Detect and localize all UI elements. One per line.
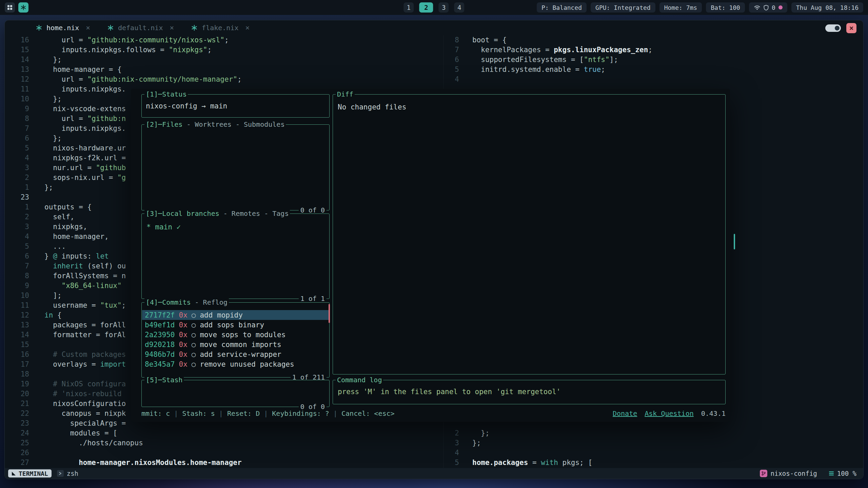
- tab-close-icon[interactable]: ×: [245, 24, 250, 32]
- tab-home-nix[interactable]: home.nix×: [27, 20, 99, 35]
- lazygit-stash-panel[interactable]: [5]─Stash 0 of 0: [141, 380, 330, 407]
- command-log-content: press 'M' in the files panel to open 'gi…: [333, 380, 725, 396]
- mode-label: TERMINAL: [19, 470, 48, 477]
- window-controls: ×: [825, 23, 856, 33]
- code-line: 6 supportedFilesystems = ["ntfs"];: [443, 55, 863, 65]
- commit-node-icon: ○: [192, 311, 196, 319]
- commit-row[interactable]: 9486b7d0x○add service-wrapper: [142, 349, 329, 359]
- footer-links: DonateAsk Question: [613, 409, 694, 418]
- nix-snowflake-icon: [107, 24, 114, 31]
- lazygit-diff-panel[interactable]: Diff No changed files: [333, 94, 726, 374]
- line-number: 25: [5, 438, 29, 448]
- tab-close-icon[interactable]: ×: [86, 24, 90, 32]
- code-text: forAllSystems = n: [29, 271, 126, 281]
- commit-row[interactable]: 2a239500x○move sops to modules: [142, 330, 329, 340]
- code-text: } @ inputs: let: [29, 251, 109, 261]
- code-lines-right-top: 8boot = {7 kernelPackages = pkgs.linuxPa…: [443, 35, 863, 84]
- window-toggle-pill[interactable]: [825, 24, 841, 32]
- repo-indicator[interactable]: nixos-config: [760, 470, 817, 477]
- workspace-switcher: 1234: [403, 2, 464, 13]
- line-number: 2: [443, 428, 459, 438]
- line-number: 7: [5, 261, 29, 271]
- code-line: 16 url = "github:nix-community/nixos-wsl…: [5, 35, 443, 45]
- commit-row[interactable]: d9202180x○move common imports: [142, 340, 329, 349]
- tab-close-icon[interactable]: ×: [170, 24, 174, 32]
- commit-message: add sops binary: [200, 321, 264, 329]
- line-number: 3: [443, 438, 459, 448]
- commit-row[interactable]: 8e345a70x○remove unused packages: [142, 359, 329, 369]
- clock[interactable]: Thu Aug 08, 18:16: [791, 2, 863, 13]
- shield-icon: [764, 5, 769, 11]
- line-number: 16: [5, 350, 29, 360]
- commit-hash: 8e345a7: [145, 360, 175, 368]
- tab-default-nix[interactable]: default.nix×: [99, 20, 182, 35]
- commit-hash: 9486b7d: [145, 350, 175, 359]
- tab-label: default.nix: [118, 24, 163, 32]
- lazygit-branches-panel[interactable]: [3]─Local branches - Remotes - Tags * ma…: [141, 214, 330, 299]
- line-number: 1: [5, 183, 29, 192]
- commit-node-icon: ○: [192, 321, 196, 329]
- code-text: # 'nixos-rebuild: [29, 389, 122, 399]
- commit-row[interactable]: 2717f2f0x○add mopidy: [142, 310, 329, 320]
- lazygit-files-panel[interactable]: [2]─Files - Worktrees - Submodules 0 of …: [141, 124, 330, 210]
- app-launcher-button[interactable]: [5, 2, 15, 13]
- commit-node-icon: ○: [192, 350, 196, 359]
- tab-flake-nix[interactable]: flake.nix×: [182, 20, 258, 35]
- keybinding-hint: mmit: c: [141, 409, 170, 418]
- commit-node-icon: ○: [192, 341, 196, 349]
- code-text: outputs = {: [29, 202, 92, 212]
- commit-message: add mopidy: [200, 311, 242, 319]
- commit-message: remove unused packages: [200, 360, 294, 368]
- code-line: 7 kernelPackages = pkgs.linuxPackages_ze…: [443, 45, 863, 55]
- line-number: 6: [5, 251, 29, 261]
- commit-hash: 2a23950: [145, 331, 175, 339]
- commit-row[interactable]: b49ef1d0x○add sops binary: [142, 320, 329, 330]
- workspace-button-4[interactable]: 4: [454, 2, 465, 13]
- window-close-button[interactable]: ×: [846, 23, 856, 33]
- code-text: url = "github:nix-community/nixos-wsl";: [29, 35, 229, 45]
- code-line: 8boot = {: [443, 35, 863, 45]
- code-line: 3};: [443, 438, 863, 448]
- code-text: };: [459, 438, 481, 448]
- line-number: 4: [5, 153, 29, 163]
- code-text: nur.url = "github: [29, 163, 126, 173]
- home-latency-status: Home: 7ms: [659, 2, 702, 13]
- lazygit-status-panel[interactable]: [1]─Status nixos-config → main: [141, 94, 330, 118]
- git-icon: [760, 470, 767, 477]
- line-number: 26: [5, 448, 29, 458]
- commit-mark: 0x: [179, 341, 188, 349]
- workspace-button-1[interactable]: 1: [403, 2, 414, 13]
- lazygit-command-log-panel[interactable]: Command log press 'M' in the files panel…: [333, 380, 726, 404]
- code-line: 27 home-manager.nixosModules.home-manage…: [5, 458, 443, 468]
- line-number: 22: [5, 409, 29, 419]
- commits-scrollbar-thumb[interactable]: [329, 304, 330, 323]
- code-text: inherit (self) ou: [29, 261, 126, 271]
- line-number: 23: [5, 192, 29, 202]
- line-number: 5: [5, 143, 29, 153]
- code-text: home-manager,: [29, 232, 109, 242]
- link-ask-question[interactable]: Ask Question: [645, 409, 694, 418]
- code-text: nixosConfiguratio: [29, 399, 126, 409]
- commit-message: move sops to modules: [200, 331, 285, 339]
- workspace-button-3[interactable]: 3: [439, 2, 449, 13]
- system-tray[interactable]: 0: [749, 2, 787, 13]
- line-number: 15: [5, 340, 29, 350]
- line-number: 24: [5, 428, 29, 438]
- line-number: 6: [5, 134, 29, 143]
- code-text: home-manager.nixosModules.home-manager: [29, 458, 242, 468]
- line-number: 8: [5, 271, 29, 281]
- workspace-button-2[interactable]: 2: [419, 2, 433, 13]
- status-segments: P: BalancedGPU: IntegratedHome: 7msBat: …: [537, 2, 745, 13]
- code-text: [459, 75, 472, 84]
- code-line: 25 ./hosts/canopus: [5, 438, 443, 448]
- editor-scrollbar-thumb[interactable]: [734, 234, 735, 249]
- link-donate[interactable]: Donate: [613, 409, 637, 418]
- lazygit-popup[interactable]: [1]─Status nixos-config → main [2]─Files…: [131, 89, 730, 422]
- gpu-status: GPU: Integrated: [591, 2, 655, 13]
- system-bar: 1234 P: BalancedGPU: IntegratedHome: 7ms…: [0, 0, 868, 15]
- nix-logo-badge[interactable]: [18, 2, 28, 13]
- shell-tab[interactable]: zsh: [57, 470, 78, 477]
- line-number: 2: [5, 212, 29, 222]
- code-text: ];: [29, 291, 62, 301]
- lazygit-commits-panel[interactable]: [4]─Commits - Reflog 2717f2f0x○add mopid…: [141, 302, 330, 378]
